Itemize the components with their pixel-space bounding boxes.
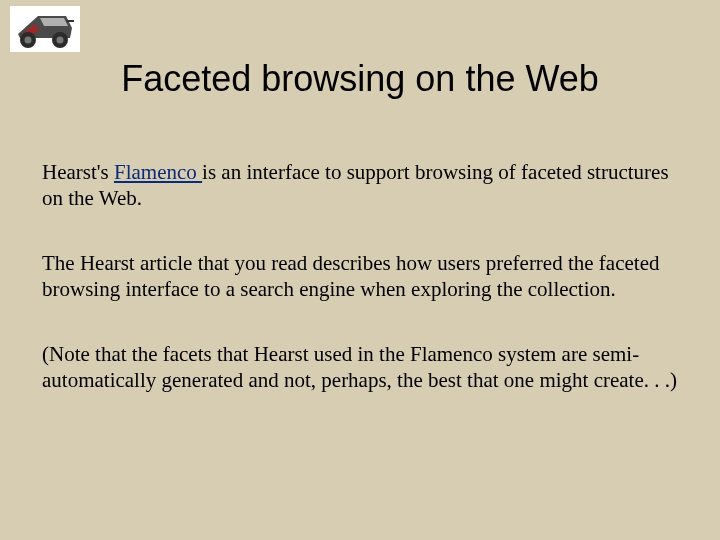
paragraph-1: Hearst's Flamenco is an interface to sup…	[42, 160, 678, 211]
svg-point-7	[57, 37, 64, 44]
slide: Faceted browsing on the Web Hearst's Fla…	[0, 0, 720, 540]
svg-point-5	[25, 37, 32, 44]
text-span: Hearst's	[42, 160, 114, 184]
slide-title: Faceted browsing on the Web	[0, 58, 720, 100]
logo-image	[10, 6, 80, 52]
svg-rect-8	[66, 20, 74, 22]
paragraph-3: (Note that the facets that Hearst used i…	[42, 342, 678, 393]
paragraph-2: The Hearst article that you read describ…	[42, 251, 678, 302]
flamenco-link[interactable]: Flamenco	[114, 160, 202, 184]
slide-body: Hearst's Flamenco is an interface to sup…	[42, 160, 678, 394]
svg-marker-2	[40, 18, 68, 26]
